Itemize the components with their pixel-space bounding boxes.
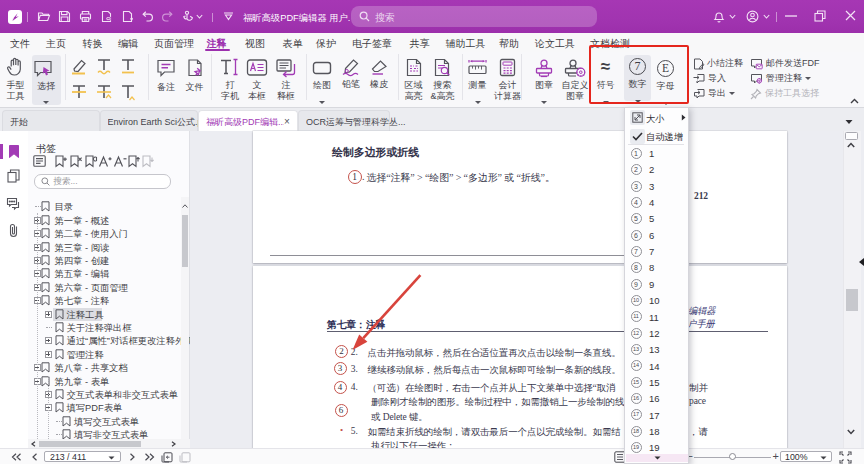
- menu-tab-8[interactable]: 表单: [283, 37, 303, 51]
- comment-number-annotation[interactable]: 4: [334, 381, 347, 394]
- bookmark-tree-item[interactable]: 第二章 - 使用入门: [28, 227, 190, 240]
- bell-icon[interactable]: [713, 10, 725, 23]
- bookmark-tree-item[interactable]: 第五章 - 编辑: [28, 267, 190, 280]
- menu-tab-11[interactable]: 共享: [410, 37, 430, 51]
- redo-icon[interactable]: [161, 10, 174, 23]
- close-button[interactable]: [845, 10, 856, 21]
- zoom-level-input[interactable]: 100%: [780, 451, 832, 463]
- select-tool-button[interactable]: 选择: [32, 55, 61, 105]
- dropdown-number-item[interactable]: 1414: [625, 358, 688, 374]
- expand-node-icon[interactable]: [45, 337, 52, 344]
- drawing-button[interactable]: 绘图: [309, 59, 335, 109]
- zoom-slider-thumb[interactable]: [729, 453, 736, 460]
- last-page-button[interactable]: [144, 453, 155, 461]
- bookmark-label[interactable]: 第二章 - 使用入门: [55, 228, 128, 241]
- document-tab-2[interactable]: Environ Earth Sci公式.p...: [100, 110, 199, 133]
- print-icon[interactable]: [79, 10, 92, 23]
- bookmark-tree-item[interactable]: 填写交互式表单: [28, 415, 190, 428]
- bookmark-label[interactable]: 目录: [55, 201, 74, 214]
- bookmark-tree-item[interactable]: 注释工具: [28, 308, 190, 321]
- dropdown-number-item[interactable]: 1010: [625, 293, 688, 309]
- area-highlight-button[interactable]: 区域 高亮: [401, 58, 426, 101]
- keep-tool-selected-button[interactable]: 保持工具选择: [750, 87, 819, 100]
- hand-tool-button[interactable]: 手型 工具: [2, 57, 29, 101]
- custom-stamp-button[interactable]: 自定义 图章: [560, 59, 590, 101]
- calculator-button[interactable]: 会计 计算器: [494, 58, 521, 101]
- tab-list-dropdown[interactable]: [845, 119, 853, 125]
- callout-button[interactable]: 注 释框: [273, 58, 299, 101]
- red-arrow-annotation[interactable]: [348, 271, 433, 356]
- bookmark-options-icon[interactable]: [33, 155, 46, 167]
- menu-tab-13[interactable]: 帮助: [499, 37, 519, 51]
- bookmark-tree-item[interactable]: 第七章 - 注释: [28, 294, 190, 307]
- bookmark-tree-item[interactable]: 管理注释: [28, 348, 190, 361]
- pencil-button[interactable]: 铅笔: [339, 58, 363, 90]
- bookmark-tree-item[interactable]: 关于注释弹出框: [28, 321, 190, 334]
- customize-toolbar-icon[interactable]: [223, 12, 234, 21]
- scroll-right-arrow[interactable]: [171, 441, 176, 447]
- promote-bookmark-icon[interactable]: [127, 155, 140, 168]
- menu-tab-6[interactable]: 注释: [207, 37, 227, 51]
- page-dropdown-arrow[interactable]: [108, 456, 115, 460]
- bookmark-label[interactable]: 第一章 - 概述: [55, 215, 110, 228]
- bookmark-label[interactable]: 填写PDF表单: [67, 402, 123, 415]
- menu-tab-14[interactable]: 论文工具: [535, 37, 575, 51]
- bookmark-tree-item[interactable]: 第六章 - 页面管理: [28, 281, 190, 294]
- dropdown-number-item[interactable]: 66: [625, 227, 688, 243]
- scrollbar-thumb[interactable]: [39, 441, 141, 447]
- bookmark-label[interactable]: 第五章 - 编辑: [55, 268, 110, 281]
- dropdown-number-item[interactable]: 1616: [625, 391, 688, 407]
- fullscreen-button[interactable]: [839, 451, 852, 464]
- dropdown-number-item[interactable]: 88: [625, 260, 688, 276]
- menu-tab-3[interactable]: 转换: [83, 37, 103, 51]
- minimize-button[interactable]: [785, 15, 797, 17]
- add-bookmark-icon[interactable]: [54, 155, 67, 168]
- scroll-down-arrow[interactable]: [847, 429, 855, 435]
- pages-panel-icon[interactable]: [7, 169, 20, 183]
- create-pdf-icon[interactable]: [121, 10, 134, 23]
- eraser-button[interactable]: 橡皮: [367, 58, 391, 90]
- menu-tab-12[interactable]: 辅助工具: [446, 37, 486, 51]
- bookmark-label[interactable]: 通过“属性”对话框更改注释外观: [67, 335, 194, 348]
- squiggly-underline-tool-button[interactable]: [93, 57, 115, 75]
- account-avatar-icon[interactable]: [746, 10, 759, 23]
- set-destination-icon[interactable]: [84, 155, 97, 168]
- dropdown-autoincrement-item[interactable]: 自动递增: [625, 128, 688, 146]
- account-dropdown-arrow[interactable]: [763, 14, 770, 19]
- dropdown-number-item[interactable]: 55: [625, 211, 688, 227]
- bookmark-label[interactable]: 第四章 - 创建: [55, 255, 110, 268]
- insert-text-tool-button[interactable]: [117, 83, 139, 101]
- stamp-button[interactable]: 图章: [531, 59, 557, 109]
- bookmark-tree-item[interactable]: 第三章 - 阅读: [28, 241, 190, 254]
- dropdown-scroll-strip[interactable]: [626, 454, 688, 462]
- save-icon[interactable]: [58, 10, 71, 23]
- zoom-dropdown-arrow[interactable]: [820, 456, 827, 460]
- attachments-panel-icon[interactable]: [8, 223, 19, 238]
- highlight-tool-button[interactable]: [68, 57, 90, 75]
- demote-bookmark-icon[interactable]: [141, 155, 154, 168]
- replace-text-tool-button[interactable]: [93, 83, 115, 101]
- bookmark-tree-item[interactable]: 第九章 - 表单: [28, 375, 190, 388]
- previous-page-button[interactable]: [31, 453, 38, 461]
- scrollbar-top-widget[interactable]: [845, 132, 858, 140]
- comments-panel-icon[interactable]: [6, 197, 21, 211]
- bookmark-label[interactable]: 第七章 - 注释: [55, 295, 110, 308]
- comment-number-annotation[interactable]: 3: [334, 362, 347, 375]
- document-tab-1[interactable]: 开始: [2, 110, 100, 133]
- manage-comments-button[interactable]: 管理注释: [750, 72, 811, 85]
- comment-number-annotation[interactable]: 6: [335, 404, 348, 417]
- undo-icon[interactable]: [141, 10, 154, 23]
- underline-tool-button[interactable]: [117, 57, 139, 75]
- dropdown-number-item[interactable]: 22: [625, 162, 688, 178]
- scroll-left-arrow[interactable]: [31, 441, 36, 447]
- import-comments-button[interactable]: 导入: [693, 72, 726, 85]
- scroll-down-arrow[interactable]: [654, 456, 661, 460]
- measure-button[interactable]: 测量: [465, 59, 490, 109]
- document-tab-3[interactable]: 福昕高级PDF编辑...×: [198, 110, 298, 133]
- summarize-comments-button[interactable]: 小结注释: [693, 57, 743, 70]
- typewriter-button[interactable]: 打 字机: [216, 58, 244, 101]
- delete-bookmark-icon[interactable]: [69, 155, 82, 168]
- dropdown-number-item[interactable]: 11: [625, 146, 688, 162]
- scroll-up-arrow[interactable]: [182, 204, 188, 208]
- expand-node-icon[interactable]: [45, 311, 52, 318]
